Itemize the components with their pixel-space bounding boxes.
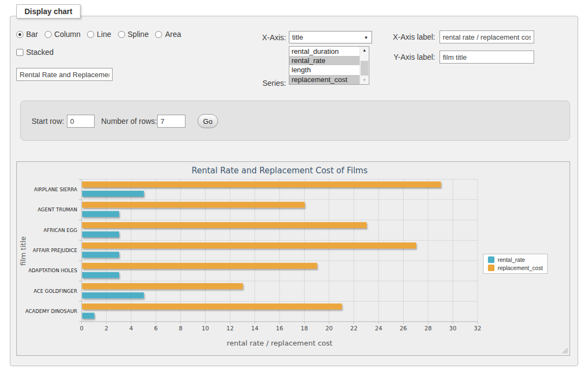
start-row-label: Start row: — [32, 117, 64, 126]
category-label: ACADEMY DINOSAUR — [26, 309, 77, 314]
bar-rental_rate-african-egg — [82, 231, 119, 237]
chart-type-option-area[interactable]: Area — [155, 30, 181, 39]
bar-replacement_cost-affair-prejudice — [82, 242, 416, 248]
x-tick-label: 32 — [474, 325, 481, 331]
legend-item-replacement_cost[interactable]: replacement_cost — [488, 265, 543, 271]
chart-x-axis-title: rental rate / replacement cost — [82, 339, 478, 347]
legend-label-replacement_cost: replacement_cost — [498, 265, 543, 271]
bar-rental_rate-ace-goldfinger — [82, 292, 144, 298]
bar-replacement_cost-airplane-sierra — [82, 181, 441, 187]
y-axis-label-input[interactable] — [440, 51, 534, 64]
series-option-rental_duration[interactable]: rental_duration — [289, 47, 369, 56]
chart-type-radio-bar[interactable] — [16, 31, 23, 38]
x-axis-select[interactable]: title — [289, 31, 372, 43]
chart-type-label-column: Column — [54, 30, 81, 39]
scrollbar-thumb[interactable] — [361, 61, 368, 76]
category-label: ADAPTATION HOLES — [28, 268, 77, 273]
chart-type-radio-column[interactable] — [45, 31, 52, 38]
x-tick-label: 0 — [80, 325, 84, 331]
bar-replacement_cost-adaptation-holes — [82, 263, 317, 269]
x-tick-label: 28 — [424, 325, 431, 331]
chart-container: 02468101214161820222426283032AIRPLANE SI… — [16, 161, 570, 356]
chart-type-option-spline[interactable]: Spline — [118, 30, 149, 39]
x-tick-label: 18 — [301, 325, 308, 331]
bar-replacement_cost-academy-dinosaur — [82, 304, 342, 310]
row-controls-panel: Start row: Number of rows: Go — [20, 101, 570, 141]
legend-item-rental_rate[interactable]: rental_rate — [488, 256, 543, 263]
chart-type-option-line[interactable]: Line — [87, 30, 111, 39]
chart-title: Rental Rate and Replacement Cost of Film… — [82, 166, 478, 175]
x-tick-label: 30 — [449, 325, 456, 331]
panel-title: Display chart — [16, 4, 81, 18]
start-row-input[interactable] — [67, 115, 95, 128]
series-options: rental_durationrental_ratelengthreplacem… — [289, 47, 369, 84]
chart-type-label-bar: Bar — [26, 30, 38, 39]
x-tick-label: 12 — [226, 325, 233, 331]
x-axis-label-input[interactable] — [440, 30, 534, 43]
category-label: AIRPLANE SIERRA — [34, 187, 77, 192]
chart-type-option-bar[interactable]: Bar — [16, 30, 38, 39]
x-tick-label: 26 — [400, 325, 407, 331]
bar-rental_rate-airplane-sierra — [82, 191, 144, 197]
series-scrollbar[interactable]: ▲ ▼ — [360, 47, 369, 84]
chart-type-label-area: Area — [165, 30, 181, 39]
chart-type-label-line: Line — [97, 30, 111, 39]
legend-swatch-replacement_cost — [488, 265, 494, 271]
x-tick-label: 8 — [179, 325, 183, 331]
chart-type-label-spline: Spline — [128, 30, 149, 39]
chart-type-radio-line[interactable] — [87, 31, 94, 38]
chart-type-radios: BarColumnLineSplineArea — [16, 30, 181, 39]
scroll-up-icon[interactable]: ▲ — [360, 47, 369, 54]
chart-y-axis-title: film title — [19, 180, 28, 323]
stacked-option[interactable]: Stacked — [16, 48, 54, 57]
series-option-rental_rate[interactable]: rental_rate — [289, 56, 369, 65]
resize-handle-icon[interactable] — [562, 348, 568, 354]
scroll-down-icon[interactable]: ▼ — [360, 77, 369, 84]
bar-rental_rate-academy-dinosaur — [82, 313, 95, 319]
x-axis-select-label: X-Axis: — [228, 33, 286, 42]
x-tick-label: 10 — [202, 325, 209, 331]
y-axis-label-field-label: Y-Axis label: — [375, 53, 435, 61]
x-tick-label: 20 — [325, 325, 332, 331]
series-listbox[interactable]: rental_durationrental_ratelengthreplacem… — [289, 46, 369, 85]
category-label: AGENT TRUMAN — [38, 207, 77, 212]
bar-replacement_cost-african-egg — [82, 222, 367, 228]
bar-rental_rate-adaptation-holes — [82, 272, 119, 278]
x-tick-label: 4 — [129, 325, 133, 331]
category-label: ACE GOLDFINGER — [34, 289, 77, 294]
bar-replacement_cost-ace-goldfinger — [82, 283, 243, 289]
x-axis-label-field-label: X-Axis label: — [375, 33, 435, 41]
x-tick-label: 14 — [251, 325, 259, 331]
bar-replacement_cost-agent-truman — [82, 202, 305, 208]
chart-type-radio-spline[interactable] — [118, 31, 125, 38]
x-axis-select-wrap: title ▼ — [289, 31, 372, 43]
page: Display chart BarColumnLineSplineArea St… — [0, 0, 588, 370]
stacked-checkbox[interactable] — [16, 49, 23, 56]
chart-legend: rental_ratereplacement_cost — [483, 254, 548, 274]
bar-rental_rate-agent-truman — [82, 211, 119, 217]
x-tick-label: 22 — [350, 325, 357, 331]
series-option-replacement_cost[interactable]: replacement_cost — [289, 75, 369, 84]
bar-rental_rate-affair-prejudice — [82, 252, 119, 258]
x-tick-label: 2 — [104, 325, 108, 331]
x-tick-label: 6 — [154, 325, 158, 331]
chart-type-radio-area[interactable] — [155, 31, 162, 38]
chart-title-input[interactable] — [16, 68, 113, 81]
stacked-label: Stacked — [26, 48, 54, 57]
legend-swatch-rental_rate — [488, 256, 494, 263]
series-label: Series: — [228, 79, 286, 87]
series-option-length[interactable]: length — [289, 65, 369, 74]
number-of-rows-label: Number of rows: — [101, 117, 157, 126]
x-tick-label: 16 — [276, 325, 283, 331]
number-of-rows-input[interactable] — [157, 115, 185, 128]
go-button[interactable]: Go — [197, 114, 218, 128]
category-label: AFFAIR PREJUDICE — [33, 248, 77, 253]
chart-type-option-column[interactable]: Column — [45, 30, 81, 39]
x-tick-label: 24 — [375, 325, 382, 331]
legend-label-rental_rate: rental_rate — [498, 256, 525, 263]
category-label: AFRICAN EGG — [44, 228, 77, 233]
